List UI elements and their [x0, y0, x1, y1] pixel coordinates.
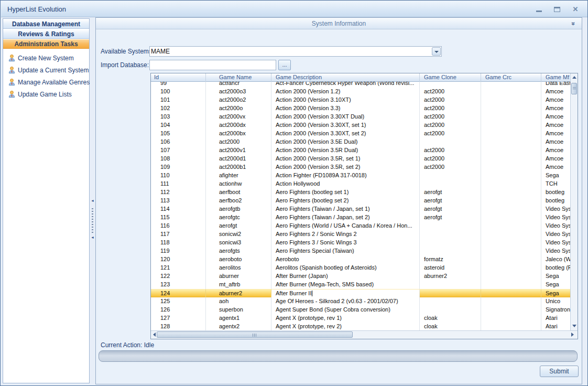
game-row-125[interactable]: 125aohAge Of Heroes - Silkroad 2 (v0.63 …: [151, 297, 570, 306]
cell-clone[interactable]: aerofgt: [420, 188, 481, 197]
cell-name[interactable]: sonicwi3: [206, 239, 271, 247]
cell-name[interactable]: aeroboto: [206, 255, 271, 264]
browse-button[interactable]: ...: [278, 60, 291, 70]
cell-id[interactable]: 103: [151, 113, 206, 121]
accordion-section-database-management[interactable]: Database Management: [3, 19, 89, 29]
cell-clone[interactable]: [420, 247, 481, 255]
cell-desc[interactable]: Action 2000 (Version 3.30XT, set 2): [271, 130, 420, 138]
cell-desc[interactable]: Aeroboto: [271, 255, 420, 264]
cell-desc[interactable]: Action Hollywood: [271, 180, 420, 188]
cell-mfg[interactable]: Jaleco (Wo: [541, 255, 570, 264]
cell-crc[interactable]: [481, 155, 541, 163]
cell-clone[interactable]: act2000: [420, 130, 481, 138]
cell-crc[interactable]: [481, 146, 541, 155]
cell-name[interactable]: aerofgtb: [206, 205, 271, 213]
cell-id[interactable]: 124: [151, 290, 206, 298]
sidebar-splitter[interactable]: ◄ ◄: [90, 18, 95, 383]
cell-id[interactable]: 119: [151, 247, 206, 255]
game-row-123[interactable]: 123mt_aftrbAfter Burner (Mega-Tech, SMS …: [151, 281, 570, 289]
cell-mfg[interactable]: Sega: [541, 290, 570, 298]
cell-name[interactable]: afighter: [206, 171, 271, 180]
cell-id[interactable]: 121: [151, 264, 206, 272]
cell-desc[interactable]: Action 2000 (Version 3.5E Dual): [271, 138, 420, 146]
cell-clone[interactable]: [420, 180, 481, 188]
game-row-102[interactable]: 102act2000oAction 2000 (Version 3.3)act2…: [151, 104, 570, 113]
scroll-down-button[interactable]: [571, 322, 578, 330]
sidebar-item-update-game-lists[interactable]: Update Game Lists: [3, 88, 89, 100]
cell-mfg[interactable]: bootleg: [541, 188, 570, 197]
cell-name[interactable]: actfancr: [206, 82, 271, 88]
cell-desc[interactable]: Aero Fighters (bootleg set 1): [271, 188, 420, 197]
cell-crc[interactable]: [481, 297, 541, 306]
game-row-118[interactable]: 118sonicwi3Aero Fighters 3 / Sonic Wings…: [151, 239, 570, 247]
cell-desc[interactable]: Age Of Heroes - Silkroad 2 (v0.63 - 2001…: [271, 297, 420, 306]
game-row-105[interactable]: 105act2000bxAction 2000 (Version 3.30XT,…: [151, 130, 570, 138]
column-header-game-description[interactable]: Game Description: [271, 73, 420, 82]
game-row-127[interactable]: 127agentx1Agent X (prototype, rev 1)cloa…: [151, 314, 570, 323]
cell-name[interactable]: act2000dx: [206, 121, 271, 130]
game-row-119[interactable]: 119aerofgtsAero Fighters Special (Taiwan…: [151, 247, 570, 255]
cell-desc[interactable]: Action 2000 (Version 3.5R, set 1): [271, 155, 420, 163]
cell-id[interactable]: 106: [151, 138, 206, 146]
cell-name[interactable]: act2000: [206, 138, 271, 146]
cell-name[interactable]: act2000o: [206, 104, 271, 113]
cell-desc[interactable]: Aero Fighters (bootleg set 2): [271, 197, 420, 205]
available-systems-input[interactable]: [151, 47, 431, 56]
cell-crc[interactable]: [481, 130, 541, 138]
cell-crc[interactable]: [481, 88, 541, 96]
available-systems-combobox[interactable]: [149, 46, 442, 57]
cell-name[interactable]: actionhw: [206, 180, 271, 188]
cell-desc[interactable]: Action 2000 (Version 3.5R Dual): [271, 146, 420, 155]
cell-desc[interactable]: After Burner (Japan): [271, 272, 420, 281]
game-row-124[interactable]: 124aburner2After Burner IISega: [151, 289, 570, 297]
cell-mfg[interactable]: Data East: [541, 82, 570, 88]
cell-desc[interactable]: Aerolitos (Spanish bootleg of Asteroids): [271, 264, 420, 272]
cell-crc[interactable]: [481, 113, 541, 121]
cell-crc[interactable]: [481, 290, 541, 298]
cell-mfg[interactable]: bootleg (Ro: [541, 264, 570, 272]
cell-desc[interactable]: Action 2000 (Version 3.10XT): [271, 96, 420, 104]
cell-id[interactable]: 105: [151, 130, 206, 138]
cell-desc[interactable]: Action 2000 (Version 3.30XT, set 1): [271, 121, 420, 130]
cell-clone[interactable]: act2000: [420, 155, 481, 163]
cell-id[interactable]: 99: [151, 82, 206, 88]
game-row-106[interactable]: 106act2000Action 2000 (Version 3.5E Dual…: [151, 138, 570, 146]
cell-clone[interactable]: aerofgt: [420, 205, 481, 213]
cell-mfg[interactable]: Video Syste: [541, 213, 570, 222]
game-row-100[interactable]: 100act2000o3Action 2000 (Version 1.2)act…: [151, 88, 570, 96]
cell-clone[interactable]: asteroid: [420, 264, 481, 272]
cell-crc[interactable]: [481, 222, 541, 230]
cell-clone[interactable]: [420, 306, 481, 314]
cell-clone[interactable]: [420, 290, 481, 298]
collapse-chevron-icon[interactable]: »: [570, 22, 578, 26]
horizontal-scrollbar[interactable]: [151, 330, 578, 339]
minimize-button[interactable]: [532, 5, 546, 14]
cell-id[interactable]: 102: [151, 104, 206, 113]
cell-mfg[interactable]: Unico: [541, 297, 570, 306]
cell-name[interactable]: aerfboo2: [206, 197, 271, 205]
cell-clone[interactable]: aerofgt: [420, 197, 481, 205]
accordion-section-administration-tasks[interactable]: Administration Tasks: [3, 39, 89, 49]
cell-id[interactable]: 113: [151, 197, 206, 205]
scroll-right-button[interactable]: [569, 331, 576, 339]
cell-name[interactable]: aerofgt: [206, 222, 271, 230]
cell-name[interactable]: agentx1: [206, 314, 271, 323]
cell-clone[interactable]: cloak: [420, 323, 481, 330]
horizontal-scroll-thumb[interactable]: [157, 331, 353, 338]
cell-id[interactable]: 100: [151, 88, 206, 96]
column-header-id[interactable]: Id: [151, 73, 206, 82]
cell-crc[interactable]: [481, 180, 541, 188]
cell-crc[interactable]: [481, 247, 541, 255]
cell-desc[interactable]: Aero Fighters (Taiwan / Japan, set 2): [271, 213, 420, 222]
cell-clone[interactable]: act2000: [420, 104, 481, 113]
cell-name[interactable]: aerfboot: [206, 188, 271, 197]
game-row-107[interactable]: 107act2000v1Action 2000 (Version 3.5R Du…: [151, 146, 570, 155]
cell-crc[interactable]: [481, 121, 541, 130]
game-row-115[interactable]: 115aerofgtcAero Fighters (Taiwan / Japan…: [151, 213, 570, 222]
cell-crc[interactable]: [481, 213, 541, 222]
cell-crc[interactable]: [481, 306, 541, 314]
cell-crc[interactable]: [481, 230, 541, 239]
game-row-110[interactable]: 110afighterAction Fighter (FD1089A 317-0…: [151, 171, 570, 180]
game-row-128[interactable]: 128agentx2Agent X (prototype, rev 2)cloa…: [151, 323, 570, 330]
cell-name[interactable]: agentx2: [206, 323, 271, 330]
